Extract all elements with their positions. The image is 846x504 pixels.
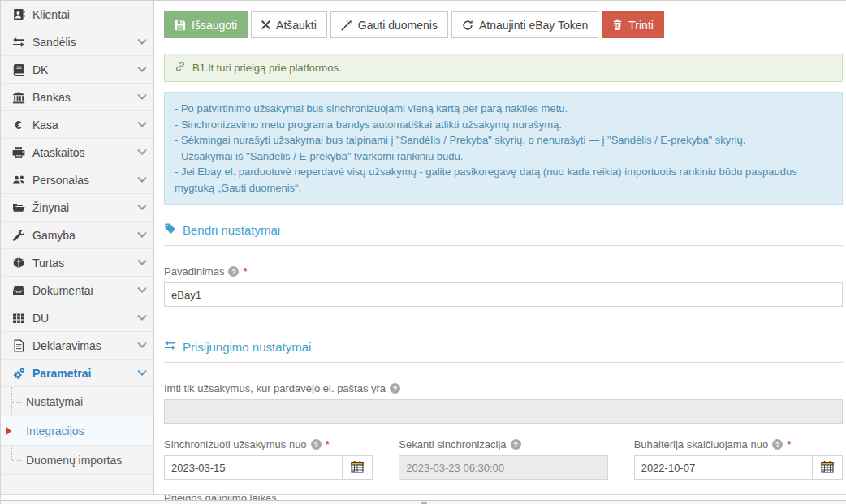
bank-icon — [10, 91, 27, 104]
sidebar-item-sandelis[interactable]: Sandėlis — [1, 28, 153, 56]
sidebar-item-label: Ataskaitos — [32, 146, 85, 159]
main-content: Išsaugoti Atšaukti Gauti duomenis Atnauj… — [155, 1, 846, 494]
trash-icon — [612, 19, 623, 30]
help-icon[interactable]: ? — [511, 439, 521, 450]
sidebar-item-label: Gamyba — [32, 229, 76, 242]
chevron-down-icon — [137, 311, 146, 320]
info-line: - Jei Ebay el. parduotuvė neperdavė visų… — [175, 164, 832, 196]
sidebar-item-personalas[interactable]: Personalas — [1, 166, 153, 194]
sidebar-item-label: Sandėlis — [32, 36, 76, 49]
sidebar-item-label: DK — [32, 63, 48, 76]
sync-from-field-group: Sinchronizuoti užsakymus nuo ? * — [164, 424, 373, 480]
chevron-down-icon — [137, 338, 146, 347]
accounting-from-label-row: Buhalterija skaičiuojama nuo ? * — [634, 438, 843, 450]
sync-from-label-row: Sinchronizuoti užsakymus nuo ? * — [164, 438, 373, 450]
sidebar-item-dokumentai[interactable]: Dokumentai — [1, 277, 153, 304]
sidebar-item-label: Dokumentai — [32, 284, 93, 297]
sidebar-item-ataskaitos[interactable]: Ataskaitos — [1, 139, 153, 166]
refresh-icon — [462, 19, 473, 31]
sidebar-item-du[interactable]: DU — [1, 304, 153, 332]
cube-icon — [10, 256, 27, 269]
chevron-down-icon — [137, 256, 146, 265]
gears-icon — [10, 367, 27, 380]
table-icon — [10, 312, 27, 325]
chevron-down-icon — [137, 283, 146, 292]
help-icon[interactable]: ? — [772, 439, 783, 450]
help-icon[interactable]: ? — [390, 383, 400, 394]
sidebar-item-label: Bankas — [32, 91, 71, 104]
parametrai-submenu: Nustatymai Integracijos Duomenų importas — [1, 387, 153, 475]
users-icon — [10, 174, 27, 187]
section-general-settings: Bendri nustatymai — [164, 222, 843, 237]
divider — [164, 362, 843, 363]
link-icon — [175, 61, 186, 75]
accounting-from-field-group: Buhalterija skaičiuojama nuo ? * — [634, 424, 843, 480]
chevron-down-icon — [137, 90, 146, 99]
divider — [164, 245, 843, 246]
help-icon[interactable]: ? — [311, 439, 322, 450]
fetch-data-button[interactable]: Gauti duomenis — [330, 11, 448, 38]
save-button[interactable]: Išsaugoti — [164, 11, 248, 38]
chevron-down-icon — [137, 145, 146, 154]
submenu-item-integracijos[interactable]: Integracijos — [1, 416, 153, 446]
platform-access-alert: B1.lt turi prieigą prie platformos. — [164, 54, 843, 82]
required-mark: * — [326, 438, 330, 450]
calendar-icon — [821, 460, 834, 476]
info-line: - Po patvirtinimo užsakymai bus sinchron… — [175, 101, 832, 117]
next-sync-label: Sekanti sinchronizacija — [399, 438, 506, 450]
delete-button[interactable]: Trinti — [602, 11, 664, 38]
sidebar-item-parametrai[interactable]: Parametrai — [1, 360, 153, 387]
folder-open-icon — [10, 201, 27, 214]
sidebar-item-turtas[interactable]: Turtas — [1, 249, 153, 277]
sidebar-item-zinynai[interactable]: Žinynai — [1, 194, 153, 222]
sidebar-item-bankas[interactable]: Bankas — [1, 84, 153, 111]
fetch-data-button-label: Gauti duomenis — [358, 19, 438, 32]
cancel-button[interactable]: Atšaukti — [251, 11, 327, 38]
sidebar-item-kasa[interactable]: € Kasa — [1, 111, 153, 139]
calendar-icon — [351, 460, 364, 476]
chevron-down-icon — [137, 366, 146, 375]
chevron-down-icon — [137, 200, 146, 209]
floppy-icon — [175, 19, 186, 31]
toolbar: Išsaugoti Atšaukti Gauti duomenis Atnauj… — [164, 11, 843, 38]
sidebar-item-label: Kasa — [32, 118, 58, 131]
name-field-group: Pavadinimas ? * — [164, 265, 843, 307]
next-sync-input — [399, 455, 607, 480]
help-icon[interactable]: ? — [228, 266, 239, 277]
next-sync-label-row: Sekanti sinchronizacija ? — [399, 438, 607, 450]
file-text-icon — [10, 339, 27, 352]
seller-email-field-group: Imti tik užsakymus, kur pardavėjo el. pa… — [164, 382, 843, 424]
required-mark: * — [787, 438, 791, 450]
cancel-button-label: Atšaukti — [276, 19, 317, 32]
sidebar-item-deklaravimas[interactable]: Deklaravimas — [1, 332, 153, 360]
sidebar-item-klientai[interactable]: Klientai — [1, 1, 153, 28]
accounting-from-label: Buhalterija skaičiuojama nuo — [634, 438, 768, 450]
chevron-down-icon — [137, 118, 146, 127]
sidebar-item-label: Personalas — [32, 174, 89, 187]
sidebar-item-label: Klientai — [32, 8, 70, 21]
name-input[interactable] — [164, 282, 843, 307]
dotted-connector — [12, 402, 22, 403]
sidebar-item-label: Žinynai — [32, 201, 69, 214]
refresh-ebay-token-button[interactable]: Atnaujinti eBay Token — [451, 11, 598, 38]
sidebar-item-label: DU — [32, 312, 49, 325]
platform-access-text: B1.lt turi prieigą prie platformos. — [192, 62, 342, 74]
sidebar-item-label: Deklaravimas — [32, 339, 101, 352]
sidebar-item-gamyba[interactable]: Gamyba — [1, 222, 153, 249]
chevron-down-icon — [137, 228, 146, 237]
submenu-item-duomenu-importas[interactable]: Duomenų importas — [1, 446, 153, 475]
calendar-button[interactable] — [812, 455, 843, 480]
required-mark: * — [243, 265, 247, 278]
sync-from-input[interactable] — [164, 455, 343, 480]
submenu-item-nustatymai[interactable]: Nustatymai — [1, 387, 153, 416]
exchange-icon — [10, 36, 27, 49]
section-connection-settings: Prisijungimo nustatymai — [164, 339, 843, 354]
calendar-button[interactable] — [342, 455, 373, 480]
submenu-item-label: Duomenų importas — [26, 454, 122, 467]
section-title: Bendri nustatymai — [183, 223, 280, 237]
sidebar-item-dk[interactable]: DK — [1, 56, 153, 84]
accounting-from-input[interactable] — [634, 455, 813, 480]
name-field-label-row: Pavadinimas ? * — [164, 265, 843, 278]
chevron-down-icon — [137, 35, 146, 44]
delete-button-label: Trinti — [628, 19, 654, 32]
